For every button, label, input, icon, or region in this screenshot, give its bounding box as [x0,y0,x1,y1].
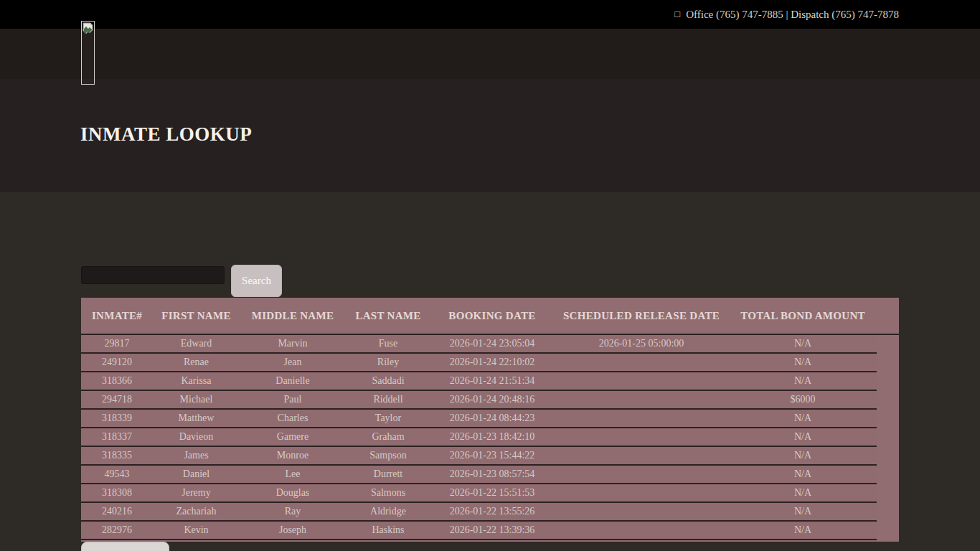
topbar: □ Office (765) 747-7885 | Dispatch (765)… [0,0,980,29]
table-cell: 318308 [81,487,153,499]
table-cell: Danielle [240,375,346,387]
inmate-table: INMATE#FIRST NAMEMIDDLE NAMELAST NAMEBOO… [81,298,899,542]
table-row[interactable]: 318337DavieonGamereGraham2026-01-23 18:4… [81,428,877,447]
table-cell: 2026-01-24 22:10:02 [430,357,554,368]
search-button[interactable]: Search [231,265,282,297]
table-cell: 318339 [81,413,153,424]
more-button[interactable]: More [81,542,169,551]
table-cell: 2026-01-24 08:44:23 [430,413,554,424]
table-cell: Zachariah [153,506,240,517]
table-cell: N/A [729,506,877,517]
column-header: FIRST NAME [153,310,240,322]
table-cell: 318337 [81,431,153,443]
table-cell: Joseph [240,524,346,536]
table-row[interactable]: 240216ZachariahRayAldridge2026-01-22 13:… [81,503,877,522]
table-cell: Matthew [153,413,240,424]
table-cell: 49543 [81,468,153,480]
table-cell: 282976 [81,524,153,536]
table-cell: N/A [729,375,877,387]
table-cell: 240216 [81,506,153,517]
page: □ Office (765) 747-7885 | Dispatch (765)… [0,0,980,551]
column-header: INMATE# [81,310,153,322]
logo-broken-image[interactable] [81,21,95,85]
table-body: 29817EdwardMarvinFuse2026-01-24 23:05:04… [81,335,877,540]
column-header: TOTAL BOND AMOUNT [729,310,877,322]
table-row[interactable]: 249120RenaeJeanRiley2026-01-24 22:10:02N… [81,354,877,372]
table-cell: Renae [153,357,240,368]
table-cell: $6000 [729,394,877,405]
table-cell: 2026-01-24 21:51:34 [430,375,554,387]
table-cell: 2026-01-25 05:00:00 [554,338,729,349]
table-row[interactable]: 29817EdwardMarvinFuse2026-01-24 23:05:04… [81,335,877,354]
table-cell: Fuse [346,338,430,349]
table-row[interactable]: 318335JamesMonroeSampson2026-01-23 15:44… [81,447,877,466]
table-cell: Charles [240,413,346,424]
page-title: INMATE LOOKUP [80,123,252,146]
table-cell: N/A [729,524,877,536]
search-input[interactable] [81,266,225,284]
table-cell: N/A [729,468,877,480]
table-cell: 2026-01-23 15:44:22 [430,450,554,461]
table-cell: Durrett [346,468,430,480]
table-cell: 2026-01-23 08:57:54 [430,468,554,480]
table-cell: Davieon [153,431,240,443]
table-row[interactable]: 318366KarissaDanielleSaddadi2026-01-24 2… [81,372,877,391]
table-cell: Gamere [240,431,346,443]
table-cell: Riley [346,357,430,368]
table-header-row: INMATE#FIRST NAMEMIDDLE NAMELAST NAMEBOO… [81,298,899,335]
column-header: BOOKING DATE [430,310,554,322]
column-header: MIDDLE NAME [240,310,346,322]
table-row[interactable]: 282976KevinJosephHaskins2026-01-22 13:39… [81,522,877,540]
table-cell: Monroe [240,450,346,461]
table-cell: 249120 [81,357,153,368]
table-cell: 2026-01-22 15:51:53 [430,487,554,499]
phone-icon: □ [674,9,680,20]
table-cell: Daniel [153,468,240,480]
table-cell: 294718 [81,394,153,405]
table-cell: 2026-01-22 13:55:26 [430,506,554,517]
table-cell: 2026-01-24 23:05:04 [430,338,554,349]
table-cell: 2026-01-23 18:42:10 [430,431,554,443]
column-header: SCHEDULED RELEASE DATE [554,310,729,322]
table-cell: Karissa [153,375,240,387]
table-cell: Salmons [346,487,430,499]
table-cell: N/A [729,450,877,461]
table-cell: Michael [153,394,240,405]
table-cell: Aldridge [346,506,430,517]
table-cell: 318366 [81,375,153,387]
table-cell: Riddell [346,394,430,405]
table-cell: N/A [729,357,877,368]
table-cell: Ray [240,506,346,517]
table-cell: Jeremy [153,487,240,499]
table-row[interactable]: 318339MatthewCharlesTaylor2026-01-24 08:… [81,410,877,428]
table-cell: N/A [729,431,877,443]
table-cell: Sampson [346,450,430,461]
table-cell: Saddadi [346,375,430,387]
table-row[interactable]: 294718MichaelPaulRiddell2026-01-24 20:48… [81,391,877,410]
table-cell: 318335 [81,450,153,461]
table-cell: N/A [729,413,877,424]
table-cell: Marvin [240,338,346,349]
table-cell: Lee [240,468,346,480]
table-cell: Douglas [240,487,346,499]
column-header: LAST NAME [346,310,430,322]
table-cell: Paul [240,394,346,405]
navbar [0,29,980,79]
table-cell: Edward [153,338,240,349]
table-row[interactable]: 318308JeremyDouglasSalmons2026-01-22 15:… [81,484,877,503]
table-cell: 2026-01-22 13:39:36 [430,524,554,536]
table-row[interactable]: 49543DanielLeeDurrett2026-01-23 08:57:54… [81,466,877,484]
table-cell: Graham [346,431,430,443]
broken-image-icon [83,22,93,34]
table-cell: N/A [729,487,877,499]
table-cell: N/A [729,338,877,349]
table-cell: Jean [240,357,346,368]
table-cell: 29817 [81,338,153,349]
table-cell: James [153,450,240,461]
table-cell: 2026-01-24 20:48:16 [430,394,554,405]
table-cell: Kevin [153,524,240,536]
table-cell: Taylor [346,413,430,424]
contact-phone-text: Office (765) 747-7885 | Dispatch (765) 7… [686,9,899,21]
table-cell: Haskins [346,524,430,536]
